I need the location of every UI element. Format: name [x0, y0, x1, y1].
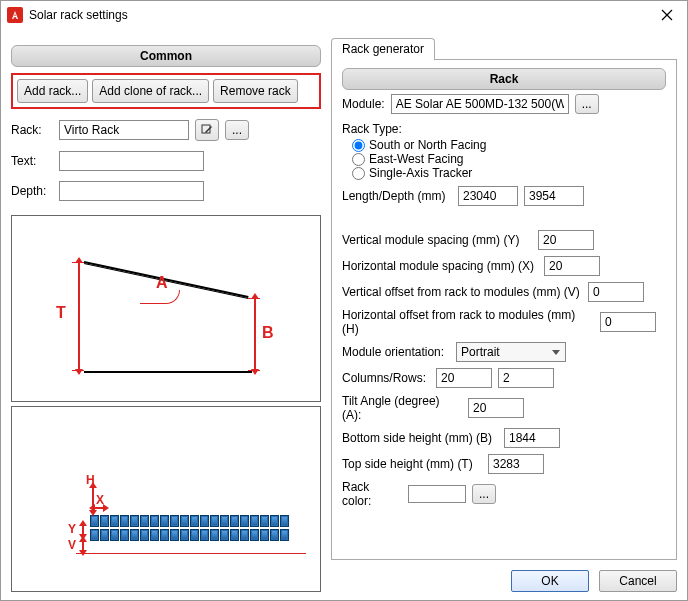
text-label: Text: [11, 154, 53, 168]
theight-label: Top side height (mm) (T) [342, 457, 482, 471]
color-browse-button[interactable]: ... [472, 484, 496, 504]
diagram-label-y: Y [68, 522, 76, 536]
rack-browse-button[interactable]: ... [225, 120, 249, 140]
ok-button[interactable]: OK [511, 570, 589, 592]
radio-east-west[interactable] [352, 153, 365, 166]
cancel-button[interactable]: Cancel [599, 570, 677, 592]
hoff-input[interactable] [600, 312, 656, 332]
diagram-label-v: V [68, 538, 76, 552]
radio-single-axis-label: Single-Axis Tracker [369, 166, 472, 180]
module-grid [90, 515, 289, 541]
module-input[interactable] [391, 94, 569, 114]
rack-header: Rack [342, 68, 666, 90]
rack-color-swatch[interactable] [408, 485, 466, 503]
rack-type-label: Rack Type: [342, 122, 666, 136]
rack-label: Rack: [11, 123, 53, 137]
orient-label: Module orientation: [342, 345, 450, 359]
voff-label: Vertical offset from rack to modules (mm… [342, 285, 582, 299]
rack-name-input[interactable] [59, 120, 189, 140]
vspace-label: Vertical module spacing (mm) (Y) [342, 233, 532, 247]
common-header: Common [11, 45, 321, 67]
length-depth-label: Length/Depth (mm) [342, 189, 452, 203]
depth-label: Depth: [11, 184, 53, 198]
module-browse-button[interactable]: ... [575, 94, 599, 114]
depth-mm-input[interactable] [524, 186, 584, 206]
remove-rack-button[interactable]: Remove rack [213, 79, 298, 103]
depth-input[interactable] [59, 181, 204, 201]
hspace-input[interactable] [544, 256, 600, 276]
window-title: Solar rack settings [29, 8, 653, 22]
diagram-label-b: B [262, 324, 274, 342]
tilt-input[interactable] [468, 398, 524, 418]
radio-east-west-label: East-West Facing [369, 152, 463, 166]
app-icon [7, 7, 23, 23]
text-input[interactable] [59, 151, 204, 171]
color-label: Rack color: [342, 480, 402, 508]
side-diagram: T B A [11, 215, 321, 402]
close-button[interactable] [653, 4, 681, 26]
vspace-input[interactable] [538, 230, 594, 250]
add-clone-rack-button[interactable]: Add clone of rack... [92, 79, 209, 103]
colrow-label: Columns/Rows: [342, 371, 430, 385]
diagram-label-x: X [96, 493, 104, 507]
columns-input[interactable] [436, 368, 492, 388]
rows-input[interactable] [498, 368, 554, 388]
radio-south-north[interactable] [352, 139, 365, 152]
diagram-label-t: T [56, 304, 66, 322]
tilt-label: Tilt Angle (degree) (A): [342, 394, 462, 422]
top-diagram: H X Y V [11, 406, 321, 592]
module-label: Module: [342, 97, 385, 111]
bheight-input[interactable] [504, 428, 560, 448]
tab-rack-generator[interactable]: Rack generator [331, 38, 435, 60]
orientation-select[interactable]: Portrait [456, 342, 566, 362]
bheight-label: Bottom side height (mm) (B) [342, 431, 498, 445]
diagram-label-h: H [86, 473, 95, 487]
hoff-label: Horizontal offset from rack to modules (… [342, 308, 594, 336]
edit-rack-button[interactable] [195, 119, 219, 141]
length-input[interactable] [458, 186, 518, 206]
radio-single-axis[interactable] [352, 167, 365, 180]
edit-icon [201, 124, 213, 136]
add-rack-button[interactable]: Add rack... [17, 79, 88, 103]
radio-south-north-label: South or North Facing [369, 138, 486, 152]
rack-buttons-group: Add rack... Add clone of rack... Remove … [11, 73, 321, 109]
hspace-label: Horizontal module spacing (mm) (X) [342, 259, 538, 273]
theight-input[interactable] [488, 454, 544, 474]
voff-input[interactable] [588, 282, 644, 302]
close-icon [661, 9, 673, 21]
